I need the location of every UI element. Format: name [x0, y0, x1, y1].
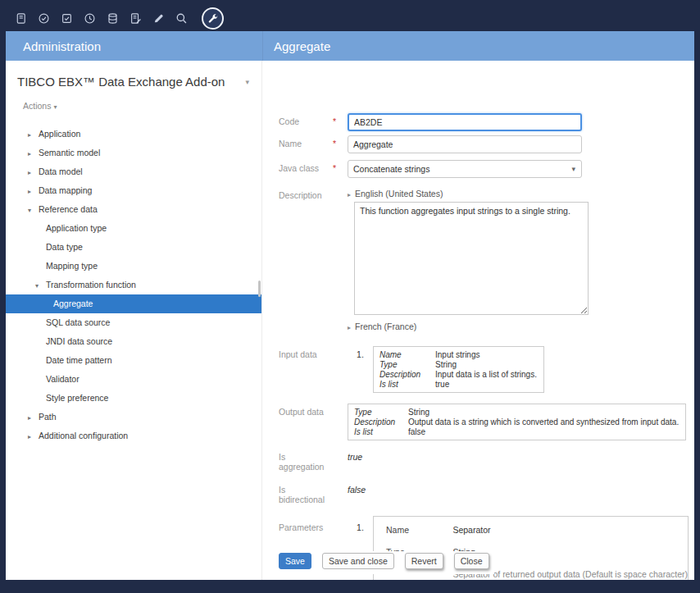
attribute-label: Type — [380, 359, 435, 369]
pen-icon[interactable] — [152, 11, 166, 25]
tree-item-label: Reference data — [39, 204, 98, 214]
attribute-label: Description — [380, 369, 435, 379]
administration-active-tool[interactable] — [202, 7, 224, 30]
required-asterisk: * — [333, 135, 348, 148]
field-label-parameters: Parameters — [279, 516, 333, 532]
output-data-table: TypeStringDescriptionOutput data is a st… — [348, 404, 686, 440]
tree-item-label: SQL data source — [46, 317, 110, 327]
field-label-code: Code — [279, 113, 333, 126]
tree-item-application[interactable]: ▸Application — [6, 125, 261, 144]
chevron-down-icon[interactable]: ▾ — [35, 276, 46, 295]
field-row-is-bidirectional: Is bidirectional false — [279, 481, 694, 504]
attribute-label: Description — [354, 417, 408, 427]
tree-item-sql-data-source[interactable]: SQL data source — [6, 313, 261, 332]
chevron-right-icon[interactable]: ▸ — [28, 163, 39, 182]
required-spacer — [333, 516, 348, 519]
attribute-value: String — [435, 359, 537, 369]
module-title: TIBCO EBX™ Data Exchange Add-on — [17, 74, 243, 90]
form-edit-icon[interactable] — [129, 11, 143, 25]
page-title: Aggregate — [274, 39, 330, 53]
tree-item-validator[interactable]: Validator — [6, 370, 261, 389]
checkbox-icon[interactable] — [60, 11, 74, 25]
list-index: 1. — [348, 516, 373, 532]
attribute-value: true — [435, 379, 537, 389]
table-row: NameSeparator — [386, 518, 688, 541]
record-form: Code * Name * Java class * Concatenate s… — [262, 61, 694, 580]
table-row: Is listfalse — [354, 427, 679, 436]
chevron-right-icon[interactable]: ▸ — [28, 182, 39, 201]
chevron-right-icon[interactable]: ▸ — [28, 427, 39, 446]
field-label-is-bidirectional: Is bidirectional — [279, 481, 333, 504]
locale-name: English (United States) — [355, 189, 443, 198]
java-class-select[interactable]: Concatenate strings ▾ — [348, 160, 582, 178]
tree-item-label: Data type — [46, 242, 83, 252]
field-row-output-data: Output data TypeStringDescriptionOutput … — [279, 404, 694, 440]
description-control: ▸English (United States) This function a… — [348, 187, 589, 333]
chevron-down-icon: ▾ — [53, 103, 57, 111]
locale-name: French (France) — [355, 322, 416, 331]
chevron-down-icon[interactable]: ▾ — [28, 201, 39, 220]
tree-item-application-type[interactable]: Application type — [6, 219, 261, 238]
required-spacer — [333, 481, 348, 485]
wrench-icon — [207, 13, 219, 25]
revert-button[interactable]: Revert — [405, 553, 443, 569]
tree-item-label: Aggregate — [53, 299, 93, 308]
field-label-input-data: Input data — [279, 346, 333, 359]
table-row: Is listtrue — [380, 379, 537, 389]
sidebar-header: Administration — [6, 31, 262, 61]
field-label-output-data: Output data — [279, 404, 333, 417]
attribute-label: Is list — [380, 379, 435, 389]
chevron-down-icon: ▾ — [571, 165, 575, 173]
clock-icon[interactable] — [83, 11, 97, 25]
nav-tree: ▸Application▸Semantic model▸Data model▸D… — [6, 125, 261, 445]
module-title-row: TIBCO EBX™ Data Exchange Add-on ▾ — [6, 61, 261, 90]
tree-item-label: Date time pattern — [46, 355, 112, 365]
tree-item-reference-data[interactable]: ▾Reference data — [6, 200, 261, 219]
save-and-close-button[interactable]: Save and close — [322, 553, 394, 569]
tree-item-style-preference[interactable]: Style preference — [6, 389, 261, 408]
tree-item-additional-configuration[interactable]: ▸Additional configuration — [6, 427, 261, 445]
tree-item-label: Mapping type — [46, 261, 98, 271]
is-bidirectional-value: false — [348, 481, 366, 495]
tree-item-semantic-model[interactable]: ▸Semantic model — [6, 144, 261, 162]
input-data-control: 1. NameInput stringsTypeStringDescriptio… — [348, 346, 544, 393]
locale-toggle-english[interactable]: ▸English (United States) — [348, 187, 589, 200]
tree-item-label: Semantic model — [39, 148, 100, 157]
tree-item-mapping-type[interactable]: Mapping type — [6, 257, 261, 276]
chevron-right-icon[interactable]: ▸ — [28, 125, 39, 144]
book-icon[interactable] — [14, 11, 28, 25]
required-asterisk: * — [333, 160, 348, 173]
actions-menu[interactable]: Actions▾ — [23, 101, 261, 111]
code-input[interactable] — [348, 113, 582, 131]
page-header: Administration Aggregate — [6, 31, 694, 61]
field-label-name: Name — [279, 135, 333, 148]
tree-item-label: Application — [39, 129, 80, 139]
description-textarea[interactable]: This function aggregates input strings t… — [354, 202, 589, 315]
name-input[interactable] — [348, 135, 582, 153]
tree-item-date-time-pattern[interactable]: Date time pattern — [6, 351, 261, 370]
chevron-down-icon[interactable]: ▾ — [243, 74, 252, 90]
required-spacer — [333, 346, 348, 349]
chevron-right-icon[interactable]: ▸ — [28, 144, 39, 163]
tree-item-path[interactable]: ▸Path — [6, 408, 261, 427]
tree-item-jndi-data-source[interactable]: JNDI data source — [6, 332, 261, 351]
required-spacer — [333, 404, 348, 407]
database-icon[interactable] — [106, 11, 120, 25]
chevron-right-icon[interactable]: ▸ — [28, 408, 39, 427]
close-button[interactable]: Close — [454, 553, 489, 569]
tree-item-transformation-function[interactable]: ▾Transformation function — [6, 276, 261, 294]
scrollbar-thumb[interactable] — [258, 281, 261, 297]
tree-item-data-model[interactable]: ▸Data model — [6, 162, 261, 181]
field-row-description: Description ▸English (United States) Thi… — [279, 187, 694, 333]
tree-item-aggregate[interactable]: Aggregate — [6, 294, 261, 313]
admin-section-title: Administration — [23, 39, 101, 53]
search-icon[interactable] — [175, 11, 189, 25]
top-toolbar — [6, 6, 694, 31]
tree-item-data-type[interactable]: Data type — [6, 238, 261, 257]
locale-toggle-french[interactable]: ▸French (France) — [348, 320, 589, 333]
save-button[interactable]: Save — [279, 553, 311, 569]
tree-item-data-mapping[interactable]: ▸Data mapping — [6, 181, 261, 200]
check-circle-icon[interactable] — [37, 11, 51, 25]
attribute-label: Is list — [354, 427, 408, 436]
attribute-value: false — [408, 427, 679, 436]
